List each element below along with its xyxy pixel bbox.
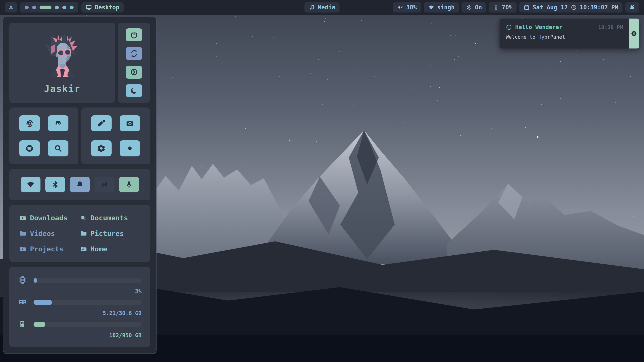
wifi-toggle[interactable] [21, 177, 40, 192]
disk-icon-wrap [18, 320, 28, 329]
screenshot-shortcut-button[interactable] [120, 115, 140, 131]
notification-title: Hello Wanderer [515, 24, 562, 30]
ram-progress-fill [34, 300, 52, 305]
eyedropper-icon [97, 119, 106, 128]
shutdown-button[interactable] [126, 28, 142, 41]
volume-muted-toggle[interactable] [94, 177, 114, 192]
profile-card: Jaskir [10, 23, 115, 103]
spotify-icon [25, 144, 34, 153]
ram-value: 5.21/30.6 GB [34, 310, 142, 317]
cpu-progress-fill [34, 278, 37, 283]
notification-body: Welcome to HyprPanel [506, 34, 623, 40]
close-icon [630, 30, 637, 37]
bluetooth-toggle[interactable] [46, 177, 65, 192]
ram-stat-row: 5.21/30.6 GB [18, 298, 142, 317]
profile-name: Jaskir [44, 84, 80, 94]
discord-shortcut-button[interactable] [48, 115, 68, 131]
notification-time: 10:39 PM [598, 24, 623, 30]
directory-downloads[interactable]: Downloads [19, 214, 80, 222]
color-picker-shortcut-button[interactable] [91, 115, 112, 131]
ram-progress-track [34, 300, 142, 305]
cpu-icon-wrap [18, 276, 28, 285]
volume-module[interactable]: 38% [393, 2, 421, 12]
bluetooth-module[interactable]: On [462, 2, 486, 12]
copy-icon [80, 215, 87, 221]
disk-stat-row: 102/950 GB [18, 320, 142, 339]
active-window-label: Desktop [95, 4, 120, 11]
battery-module[interactable]: 70% [489, 2, 516, 12]
folder-download-icon [19, 215, 26, 221]
workspace-dot-4[interactable] [55, 5, 59, 9]
moon-icon [130, 87, 138, 94]
notifications-button[interactable] [625, 2, 639, 12]
record-shortcut-button[interactable] [120, 140, 140, 156]
wifi-icon [428, 4, 434, 10]
launcher-button[interactable] [5, 2, 17, 12]
battery-level: 70% [502, 4, 512, 11]
directory-projects[interactable]: Projects [19, 245, 80, 253]
system-stats-card: 3%5.21/30.6 GB102/950 GB [10, 267, 150, 347]
toggles-card [10, 169, 150, 200]
battery-icon [493, 4, 499, 10]
cpu-value: 3% [34, 288, 142, 295]
disk-progress-fill [34, 322, 46, 327]
notification-close-button[interactable] [629, 18, 639, 48]
swirl-icon [25, 119, 34, 128]
network-module[interactable]: singh [424, 2, 459, 12]
directory-videos[interactable]: Videos [19, 230, 80, 238]
music-note-icon [308, 4, 315, 10]
search-icon [54, 144, 62, 153]
disk-progress-track [34, 322, 142, 327]
directory-pictures[interactable]: Pictures [80, 230, 140, 238]
directory-label: Projects [30, 245, 63, 253]
wifi-icon [26, 180, 35, 189]
workspace-dot-3[interactable] [40, 5, 52, 9]
info-icon [506, 24, 512, 30]
settings-shortcut-button[interactable] [91, 140, 112, 156]
folder-image-icon [19, 230, 26, 237]
active-window-button[interactable]: Desktop [82, 2, 124, 12]
calendar-icon [524, 4, 530, 10]
media-label: Media [318, 4, 335, 11]
folder-home-icon [80, 246, 87, 253]
spotify-shortcut-button[interactable] [19, 140, 40, 156]
restart-button[interactable] [126, 47, 142, 60]
avatar [39, 32, 85, 78]
restart-icon [130, 50, 138, 57]
workspaces-pill[interactable] [20, 2, 78, 12]
date-value: Sat Aug 17 [533, 4, 568, 11]
directory-label: Downloads [30, 214, 68, 222]
directory-home[interactable]: Home [80, 245, 140, 253]
workspace-dot-6[interactable] [70, 5, 74, 9]
folder-star-icon [19, 246, 26, 253]
bell-dot-icon [629, 4, 636, 11]
workspace-dot-2[interactable] [32, 5, 36, 9]
volume-slash-icon [100, 180, 109, 189]
logout-icon [130, 68, 138, 76]
notification-toast: Hello Wanderer 10:39 PM Welcome to HyprP… [500, 18, 639, 48]
network-ssid: singh [437, 4, 454, 11]
arch-logo-icon [8, 4, 14, 10]
disk-value: 102/950 GB [34, 332, 142, 339]
directory-documents[interactable]: Documents [80, 214, 140, 222]
workspace-dot-5[interactable] [62, 5, 66, 9]
desktop: Desktop Media 38% [0, 0, 644, 362]
volume-muted-icon [397, 4, 404, 10]
notifications-toggle[interactable] [70, 177, 90, 192]
disk-icon [18, 320, 27, 329]
bluetooth-icon [51, 180, 60, 189]
cpu-stat-row: 3% [18, 276, 142, 295]
logout-button[interactable] [126, 66, 142, 79]
hyprland-shortcut-button[interactable] [19, 115, 40, 131]
clock-module[interactable]: Sat Aug 17 10:39:07 PM [519, 2, 622, 12]
directory-label: Home [90, 245, 107, 253]
sleep-button[interactable] [126, 84, 142, 97]
bar-modules: 38% singh On 70% [393, 2, 639, 12]
workspace-dot-1[interactable] [25, 5, 28, 9]
search-shortcut-button[interactable] [48, 140, 68, 156]
record-icon [126, 144, 134, 153]
ram-icon [18, 298, 27, 306]
media-button[interactable]: Media [304, 2, 340, 12]
microphone-toggle[interactable] [119, 177, 139, 192]
shortcuts-card-right [82, 107, 150, 164]
